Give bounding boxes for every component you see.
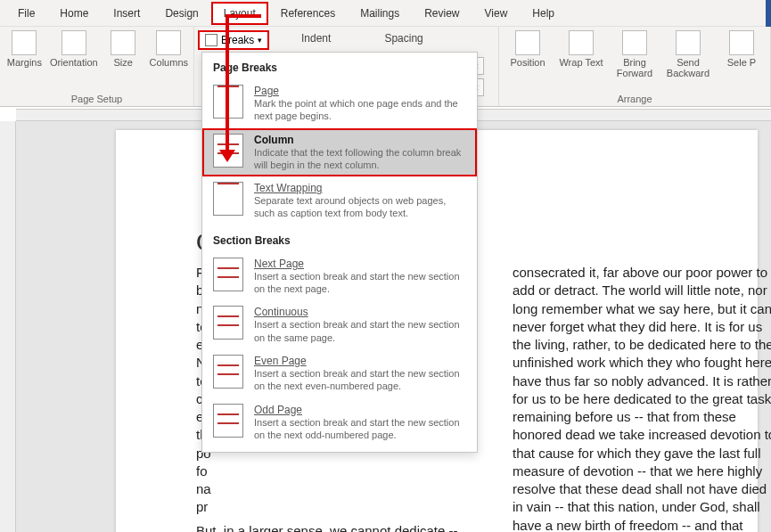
break-nextpage-title: Next Page [254, 258, 466, 270]
columns-icon [156, 30, 181, 55]
size-icon [111, 30, 135, 55]
window-accent-edge [766, 0, 771, 27]
arrange-group-label: Arrange [504, 94, 765, 104]
break-evenpage-title: Even Page [254, 355, 466, 367]
orientation-icon [62, 30, 86, 55]
size-button[interactable]: Size [104, 30, 143, 68]
breaks-dropdown: Page Breaks Page Mark the point at which… [201, 52, 478, 453]
menu-layout[interactable]: Layout [211, 2, 268, 25]
annotation-arrow-head [219, 150, 235, 162]
selection-pane-label: Sele P [727, 57, 756, 68]
page-breaks-header: Page Breaks [202, 53, 477, 79]
margins-label: Margins [7, 57, 42, 68]
section-breaks-header: Section Breaks [202, 225, 477, 252]
menu-references[interactable]: References [268, 2, 348, 25]
position-icon [515, 30, 540, 55]
indent-label: Indent [301, 30, 331, 48]
size-label: Size [113, 57, 132, 68]
annotation-arrow [226, 14, 229, 152]
page-setup-group-label: Page Setup [5, 94, 188, 104]
break-odd-page-item[interactable]: Odd Page Insert a section break and star… [202, 398, 477, 447]
break-nextpage-desc: Insert a section break and start the new… [254, 270, 466, 296]
wrap-text-button[interactable]: Wrap Text [558, 30, 604, 68]
menu-design[interactable]: Design [152, 2, 210, 25]
orientation-label: Orientation [50, 57, 98, 68]
break-column-title: Column [254, 134, 466, 146]
menu-insert[interactable]: Insert [101, 2, 152, 25]
break-even-page-item[interactable]: Even Page Insert a section break and sta… [202, 349, 477, 398]
menu-home[interactable]: Home [47, 2, 101, 25]
break-continuous-item[interactable]: Continuous Insert a section break and st… [202, 300, 477, 349]
orientation-button[interactable]: Orientation [51, 30, 97, 68]
break-page-desc: Mark the point at which one page ends an… [254, 97, 466, 123]
send-backward-icon [676, 30, 701, 55]
continuous-icon [213, 306, 243, 340]
menu-view[interactable]: View [472, 2, 521, 25]
break-textwrap-desc: Separate text around objects on web page… [254, 194, 466, 220]
break-oddpage-desc: Insert a section break and start the new… [254, 416, 466, 442]
annotation-arrow [226, 14, 261, 18]
menu-review[interactable]: Review [412, 2, 472, 25]
wrap-text-label: Wrap Text [559, 57, 603, 68]
break-page-title: Page [254, 85, 466, 97]
next-page-icon [213, 258, 243, 291]
selection-pane-icon [729, 30, 754, 55]
break-column-desc: Indicate that the text following the col… [254, 146, 466, 172]
column-1-bottom-text: But, in a larger sense, we cannot dedica… [196, 522, 481, 532]
break-page-item[interactable]: Page Mark the point at which one page en… [202, 79, 477, 128]
text-wrapping-icon [213, 182, 243, 216]
bring-forward-label: Bring Forward [611, 57, 658, 78]
column-2-text: consecrated it, far above our poor power… [513, 264, 771, 532]
send-backward-label: Send Backward [665, 57, 711, 78]
menu-help[interactable]: Help [520, 2, 567, 25]
break-evenpage-desc: Insert a section break and start the new… [254, 367, 466, 393]
bring-forward-icon [622, 30, 647, 55]
bring-forward-button[interactable]: Bring Forward [611, 30, 658, 78]
menu-file[interactable]: File [5, 2, 47, 25]
breaks-icon [205, 34, 217, 46]
break-text-wrapping-item[interactable]: Text Wrapping Separate text around objec… [202, 176, 477, 225]
send-backward-button[interactable]: Send Backward [665, 30, 711, 78]
margins-icon [12, 30, 37, 55]
break-textwrap-title: Text Wrapping [254, 182, 466, 194]
break-oddpage-title: Odd Page [254, 404, 466, 416]
columns-button[interactable]: Columns [150, 30, 188, 68]
spacing-label: Spacing [384, 30, 422, 48]
columns-label: Columns [150, 57, 188, 68]
chevron-down-icon: ▾ [258, 36, 262, 45]
breaks-button[interactable]: Breaks ▾ [198, 30, 269, 50]
break-continuous-title: Continuous [254, 306, 466, 318]
odd-page-icon [213, 404, 243, 438]
break-continuous-desc: Insert a section break and start the new… [254, 318, 466, 344]
menu-mailings[interactable]: Mailings [348, 2, 412, 25]
position-button[interactable]: Position [504, 30, 551, 68]
menu-bar: File Home Insert Design Layout Reference… [0, 0, 771, 27]
position-label: Position [510, 57, 545, 68]
vertical-ruler[interactable] [0, 121, 16, 532]
wrap-text-icon [569, 30, 594, 55]
margins-button[interactable]: Margins [5, 30, 44, 68]
break-next-page-item[interactable]: Next Page Insert a section break and sta… [202, 252, 477, 301]
even-page-icon [213, 355, 243, 389]
selection-pane-button[interactable]: Sele P [718, 30, 765, 68]
break-column-item[interactable]: Column Indicate that the text following … [202, 128, 477, 177]
